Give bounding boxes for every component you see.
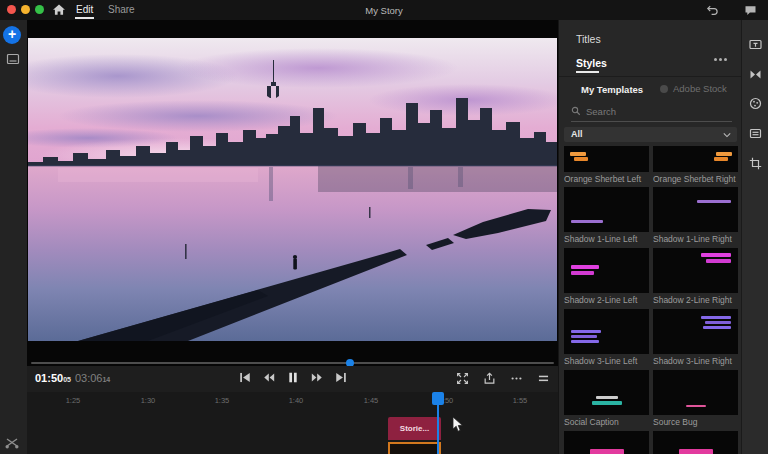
audio-tool-icon[interactable] — [749, 127, 762, 140]
add-media-button[interactable]: + — [3, 26, 21, 44]
split-scissors-icon[interactable] — [4, 436, 20, 450]
template-label: Shadow 1-Line Left — [564, 232, 649, 247]
template-label: Orange Sherbet Left — [564, 172, 649, 187]
template-label: Shadow 3-Line Right — [653, 354, 738, 369]
template-label: Source Bug — [653, 415, 738, 430]
ruler-tick: 1:25 — [66, 396, 81, 405]
template-shadow-2line-right[interactable]: Shadow 2-Line Right — [653, 248, 738, 309]
titles-panel: Titles Styles My Templates Adobe Stock A… — [558, 20, 741, 454]
color-tool-icon[interactable] — [749, 97, 762, 110]
preview-scrubber[interactable] — [31, 362, 554, 364]
pause-icon[interactable] — [286, 371, 299, 384]
filter-dropdown[interactable]: All — [564, 127, 737, 142]
current-frames: 05 — [63, 376, 71, 383]
export-icon[interactable] — [483, 372, 496, 385]
template-label: Shadow 2-Line Left — [564, 293, 649, 308]
template-thumbnail[interactable] — [653, 146, 738, 172]
premiere-rush-window: Edit Share My Story + — [0, 0, 768, 454]
tab-styles[interactable]: Styles — [576, 57, 607, 69]
template-thumbnail[interactable] — [653, 187, 738, 232]
adobe-stock-icon — [659, 84, 669, 94]
template-label: Shadow 2-Line Right — [653, 293, 738, 308]
template-thumbnail[interactable] — [564, 431, 649, 454]
tab-adobe-stock-label: Adobe Stock — [673, 83, 727, 94]
template-item[interactable] — [564, 431, 649, 454]
template-shadow-2line-left[interactable]: Shadow 2-Line Left — [564, 248, 649, 309]
ruler-tick: 1:35 — [215, 396, 230, 405]
ruler-tick: 1:55 — [513, 396, 528, 405]
template-orange-sherbet-left[interactable]: Orange Sherbet Left — [564, 146, 649, 187]
transport-controls — [238, 371, 347, 384]
transport-right-tools — [456, 372, 550, 385]
filter-value: All — [571, 129, 583, 139]
skip-to-end-icon[interactable] — [334, 371, 347, 384]
tab-my-templates[interactable]: My Templates — [581, 84, 643, 95]
chevron-down-icon — [723, 132, 731, 138]
duration-frames: 14 — [102, 376, 110, 383]
template-shadow-3line-left[interactable]: Shadow 3-Line Left — [564, 309, 649, 370]
template-thumbnail[interactable] — [564, 187, 649, 232]
tab-styles-underline — [576, 71, 599, 73]
fullscreen-icon[interactable] — [456, 372, 469, 385]
media-browser-icon[interactable] — [6, 53, 20, 65]
template-thumbnail[interactable] — [653, 248, 738, 293]
template-label: Social Caption — [564, 415, 649, 430]
ruler-tick: 1:45 — [364, 396, 379, 405]
template-shadow-1line-left[interactable]: Shadow 1-Line Left — [564, 187, 649, 248]
template-label: Orange Sherbet Right — [653, 172, 738, 187]
transport-bar: 01:500503:0614 — [27, 366, 558, 392]
template-orange-sherbet-right[interactable]: Orange Sherbet Right — [653, 146, 738, 187]
search-icon — [571, 106, 581, 116]
tab-adobe-stock[interactable]: Adobe Stock — [659, 83, 727, 94]
playhead-handle[interactable] — [432, 392, 444, 405]
template-social-caption[interactable]: Social Caption — [564, 370, 649, 431]
transitions-tool-icon[interactable] — [749, 68, 762, 81]
panel-title: Titles — [576, 33, 601, 45]
divider — [559, 76, 741, 77]
project-title: My Story — [0, 5, 768, 16]
left-toolbar: + — [0, 20, 27, 454]
template-item[interactable] — [653, 431, 738, 454]
template-source-bug[interactable]: Source Bug — [653, 370, 738, 431]
template-thumbnail[interactable] — [653, 431, 738, 454]
toronto-skyline-scene — [28, 38, 557, 341]
top-bar: Edit Share My Story — [0, 0, 768, 20]
template-label: Shadow 1-Line Right — [653, 232, 738, 247]
template-thumbnail[interactable] — [564, 248, 649, 293]
template-thumbnail[interactable] — [564, 146, 649, 172]
right-toolbar — [741, 20, 768, 454]
template-thumbnail[interactable] — [564, 370, 649, 415]
ruler-tick: 1:40 — [289, 396, 304, 405]
titles-tool-icon[interactable] — [749, 38, 762, 51]
template-shadow-1line-right[interactable]: Shadow 1-Line Right — [653, 187, 738, 248]
ruler-tick: 1:30 — [141, 396, 156, 405]
playhead-line — [437, 403, 439, 454]
search-underline — [571, 121, 732, 122]
more-options-icon[interactable] — [510, 372, 523, 385]
search-field[interactable] — [571, 103, 731, 119]
timeline[interactable]: 1:25 1:30 1:35 1:40 1:45 1:50 1:55 Stori… — [27, 392, 558, 454]
current-time: 01:50 — [35, 372, 63, 384]
video-frame — [28, 38, 557, 341]
template-thumbnail[interactable] — [564, 309, 649, 354]
undo-icon[interactable] — [706, 4, 719, 17]
template-shadow-3line-right[interactable]: Shadow 3-Line Right — [653, 309, 738, 370]
skip-to-start-icon[interactable] — [238, 371, 251, 384]
title-clip[interactable]: Storie... — [388, 417, 441, 454]
title-clip-label[interactable]: Storie... — [388, 417, 441, 440]
video-preview-area — [27, 20, 558, 366]
step-back-icon[interactable] — [262, 371, 275, 384]
selected-clip-body[interactable] — [388, 442, 441, 454]
template-thumbnail[interactable] — [653, 309, 738, 354]
crop-rotate-tool-icon[interactable] — [749, 157, 762, 170]
search-input[interactable] — [586, 106, 731, 117]
mouse-cursor — [452, 416, 464, 433]
panel-more-icon[interactable] — [714, 58, 727, 61]
timeline-menu-icon[interactable] — [537, 372, 550, 385]
template-label: Shadow 3-Line Left — [564, 354, 649, 369]
timecode: 01:500503:0614 — [35, 372, 110, 384]
step-forward-icon[interactable] — [310, 371, 323, 384]
duration: 03:06 — [75, 372, 103, 384]
comment-bubble-icon[interactable] — [744, 4, 757, 17]
template-thumbnail[interactable] — [653, 370, 738, 415]
